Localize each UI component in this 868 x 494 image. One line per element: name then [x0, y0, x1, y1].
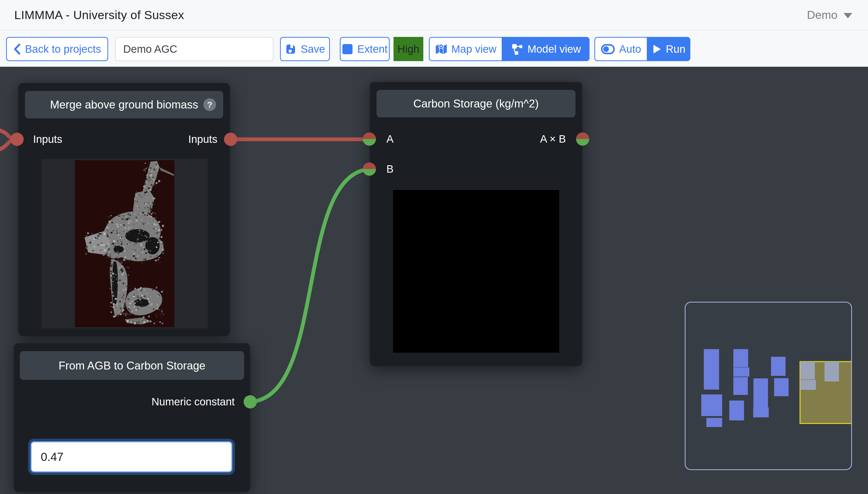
minimap-visible-node — [800, 380, 816, 390]
merge-raster-thumbnail — [41, 159, 208, 328]
minimap-node — [753, 378, 768, 407]
save-button[interactable]: Save — [280, 37, 330, 61]
run-label: Run — [666, 43, 685, 55]
node-merge-biomass[interactable]: Merge above ground biomass ? Inputs Inpu… — [18, 83, 230, 336]
minimap-node — [701, 395, 722, 416]
top-bar: LIMMMA - University of Sussex Demo Back … — [0, 0, 868, 67]
numeric-constant-input[interactable] — [31, 441, 232, 472]
help-icon[interactable]: ? — [203, 98, 216, 111]
user-menu-label: Demo — [807, 8, 837, 22]
minimap-node — [774, 378, 789, 396]
chevron-left-icon — [13, 43, 21, 55]
carbon-a-label: A — [387, 131, 394, 147]
carbon-b-port[interactable] — [363, 163, 376, 176]
node-agb-to-carbon[interactable]: From AGB to Carbon Storage Numeric const… — [14, 343, 250, 492]
extent-square-icon — [342, 43, 353, 55]
biomass-map-image — [75, 160, 174, 327]
minimap-visible-node — [825, 362, 839, 381]
node-carbon-storage[interactable]: Carbon Storage (kg/m^2) A A × B B — [370, 82, 582, 366]
node-carbon-title: Carbon Storage (kg/m^2) — [413, 97, 539, 110]
project-name-input[interactable] — [115, 37, 273, 61]
carbon-preview-image — [393, 190, 559, 353]
extent-label: Extent — [357, 43, 388, 55]
minimap-node — [733, 367, 749, 377]
merge-output-label: Inputs — [189, 131, 217, 147]
title-row: LIMMMA - University of Sussex Demo — [0, 0, 868, 30]
carbon-axb-port[interactable] — [576, 132, 589, 146]
merge-input-port[interactable] — [11, 133, 24, 146]
map-view-button[interactable]: Map view — [429, 37, 502, 61]
auto-toggle-button[interactable]: Auto — [594, 37, 648, 61]
save-label: Save — [301, 43, 325, 55]
model-canvas[interactable]: Merge above ground biomass ? Inputs Inpu… — [0, 67, 868, 494]
merge-input-label: Inputs — [33, 131, 62, 147]
caret-down-icon — [844, 13, 852, 18]
model-view-label: Model view — [528, 43, 581, 55]
minimap-node — [733, 377, 748, 395]
toolbar: Back to projects Save Extent High — [6, 37, 690, 61]
model-graph-icon — [511, 43, 524, 55]
carbon-axb-label: A × B — [540, 131, 566, 147]
quality-badge: High — [394, 37, 423, 61]
carbon-b-label: B — [387, 161, 394, 177]
minimap[interactable] — [685, 302, 852, 470]
minimap-node — [704, 349, 719, 390]
node-agb-title: From AGB to Carbon Storage — [59, 359, 205, 372]
minimap-node — [771, 357, 786, 376]
merge-output-port[interactable] — [224, 133, 237, 146]
run-button[interactable]: Run — [648, 37, 690, 61]
minimap-node — [706, 418, 722, 427]
back-to-projects-label: Back to projects — [25, 43, 101, 55]
extent-button[interactable]: Extent — [340, 37, 390, 61]
user-menu[interactable]: Demo — [807, 8, 852, 22]
numeric-constant-label: Numeric constant — [152, 394, 235, 410]
back-to-projects-button[interactable]: Back to projects — [6, 37, 108, 61]
auto-toggle-icon — [601, 44, 615, 55]
map-pin-icon — [435, 43, 447, 55]
map-view-label: Map view — [451, 43, 496, 55]
numeric-constant-port[interactable] — [243, 395, 257, 408]
node-merge-header[interactable]: Merge above ground biomass ? — [25, 91, 223, 118]
save-icon — [285, 43, 297, 55]
play-icon — [652, 44, 662, 54]
minimap-node — [733, 349, 748, 367]
node-agb-header[interactable]: From AGB to Carbon Storage — [20, 351, 244, 380]
carbon-a-port[interactable] — [363, 132, 376, 146]
quality-badge-label: High — [397, 43, 419, 55]
run-group: Auto Run — [594, 37, 690, 61]
auto-label: Auto — [619, 43, 641, 55]
edge-constant-to-carbon-b[interactable] — [250, 169, 369, 402]
minimap-node — [729, 401, 744, 420]
page-title: LIMMMA - University of Sussex — [14, 8, 184, 22]
minimap-node — [753, 407, 769, 417]
minimap-visible-node — [800, 362, 815, 379]
node-merge-title: Merge above ground biomass — [50, 98, 198, 111]
node-carbon-header[interactable]: Carbon Storage (kg/m^2) — [376, 90, 575, 117]
view-toggle-group: Map view Model view — [429, 37, 590, 61]
model-view-button[interactable]: Model view — [502, 37, 590, 61]
